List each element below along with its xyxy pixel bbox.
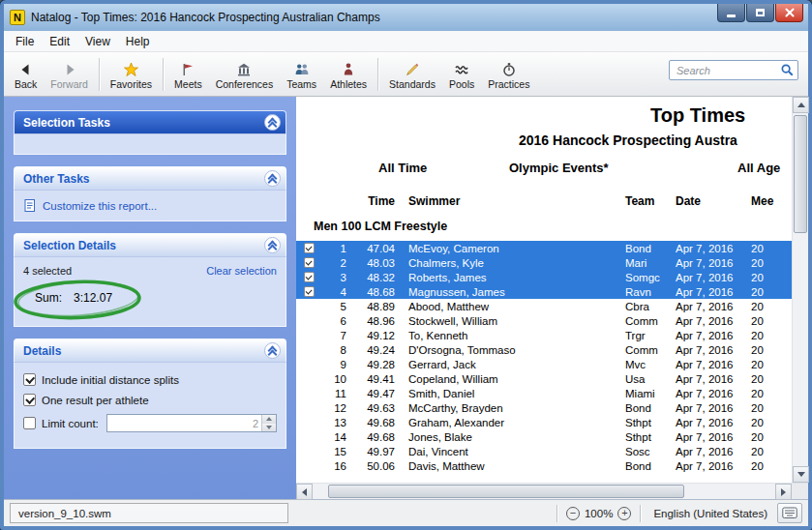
details-checkbox-2[interactable]: Limit count: 2 (23, 414, 277, 432)
panel-title: Selection Tasks (23, 116, 110, 130)
scroll-left-button[interactable] (296, 484, 313, 500)
menu-file[interactable]: File (8, 33, 42, 50)
clear-selection-link[interactable]: Clear selection (206, 265, 277, 277)
table-row[interactable]: 1 47.04 McEvoy, Cameron Bond Apr 7, 2016… (296, 241, 792, 255)
zoom-in-button[interactable]: + (617, 507, 631, 520)
table-row[interactable]: 4 48.68 Magnussen, James Ravn Apr 7, 201… (296, 284, 792, 299)
search-box[interactable] (669, 60, 798, 80)
checkbox-icon[interactable] (23, 394, 36, 406)
limit-count-input[interactable]: 2 (106, 414, 277, 432)
menu-view[interactable]: View (77, 33, 118, 50)
spin-up-icon[interactable] (262, 415, 276, 424)
table-row[interactable]: 9 49.28 Gerrard, Jack Mvc Apr 7, 2016 20 (296, 357, 792, 371)
panel-title: Other Tasks (23, 172, 89, 186)
customize-report-link[interactable]: Customize this report... (23, 198, 277, 213)
table-row[interactable]: 13 49.68 Graham, Alexander Sthpt Apr 7, … (296, 415, 792, 429)
toolbar-separator (163, 58, 164, 91)
row-checkbox[interactable] (304, 243, 315, 253)
menu-help[interactable]: Help (118, 33, 158, 50)
selection-details-header[interactable]: Selection Details (14, 233, 286, 256)
table-row[interactable]: 2 48.03 Chalmers, Kyle Mari Apr 7, 2016 … (296, 255, 792, 270)
horizontal-scrollbar[interactable] (296, 483, 808, 499)
vertical-scrollbar[interactable] (792, 97, 808, 483)
table-row[interactable]: 7 49.12 To, Kenneth Trgr Apr 7, 2016 20 (296, 328, 792, 342)
meet-cell: 20 (751, 431, 790, 443)
team-cell: Miami (625, 388, 676, 399)
row-checkbox[interactable] (304, 257, 315, 268)
row-checkbox[interactable] (304, 272, 315, 282)
athletes-button[interactable]: Athletes (323, 58, 374, 91)
spin-down-icon[interactable] (262, 424, 276, 432)
table-row[interactable]: 11 49.47 Smith, Daniel Miami Apr 7, 2016… (296, 386, 792, 400)
scroll-right-button[interactable] (775, 484, 792, 500)
collapse-button[interactable] (264, 342, 281, 359)
meets-button[interactable]: Meets (167, 58, 209, 91)
table-row[interactable]: 6 48.96 Stockwell, William Comm Apr 7, 2… (296, 313, 792, 328)
meet-cell: 20 (751, 272, 790, 283)
teams-button[interactable]: Teams (280, 58, 323, 91)
table-row[interactable]: 10 49.41 Copeland, William Usa Apr 7, 20… (296, 371, 792, 386)
meet-cell: 20 (751, 417, 790, 428)
swimmer-cell: Gerrard, Jack (395, 359, 625, 370)
scroll-up-button[interactable] (793, 97, 809, 113)
details-checkbox-1[interactable]: One result per athlete (23, 394, 277, 406)
meet-cell: 20 (751, 330, 790, 341)
table-row[interactable]: 16 50.06 Davis, Matthew Bond Apr 7, 2016… (296, 458, 792, 473)
details-header[interactable]: Details (14, 339, 286, 362)
report-page: Top Times 2016 Hancock Prospecting Austr… (296, 97, 792, 483)
zoom-out-button[interactable]: − (566, 507, 580, 520)
table-row[interactable]: 3 48.32 Roberts, James Somgc Apr 7, 2016… (296, 270, 792, 284)
limit-count-value: 2 (107, 415, 261, 431)
spinner-buttons[interactable] (261, 415, 276, 431)
scrollbar-thumb[interactable] (328, 485, 684, 498)
language-indicator[interactable]: English (United States) (646, 508, 775, 519)
forward-button[interactable]: Forward (44, 58, 95, 91)
collapse-button[interactable] (264, 170, 281, 187)
conferences-button[interactable]: Conferences (209, 58, 281, 91)
rank-cell: 2 (321, 257, 350, 269)
scrollbar-thumb[interactable] (794, 115, 807, 233)
col-date: Date (676, 194, 751, 208)
table-row[interactable]: 5 48.89 Abood, Matthew Cbra Apr 7, 2016 … (296, 299, 792, 313)
favorites-button[interactable]: Favorites (104, 58, 159, 91)
maximize-icon (756, 9, 765, 16)
time-cell: 48.96 (350, 315, 395, 327)
time-cell: 49.97 (350, 446, 395, 457)
back-button[interactable]: Back (8, 58, 44, 91)
practices-button[interactable]: Practices (481, 58, 536, 91)
menu-edit[interactable]: Edit (42, 33, 77, 50)
menu-bar: File Edit View Help (4, 31, 808, 52)
time-cell: 49.68 (350, 431, 395, 443)
row-checkbox[interactable] (304, 286, 315, 297)
meet-cell: 20 (751, 388, 790, 399)
table-row[interactable]: 15 49.97 Dai, Vincent Sosc Apr 7, 2016 2… (296, 444, 792, 458)
report-icon (23, 198, 37, 213)
scroll-down-button[interactable] (793, 466, 809, 483)
maximize-button[interactable] (746, 4, 774, 22)
collapse-button[interactable] (264, 237, 281, 253)
other-tasks-header[interactable]: Other Tasks (14, 166, 286, 190)
details-checkbox-0[interactable]: Include initial distance splits (23, 373, 277, 386)
standards-button[interactable]: Standards (382, 58, 442, 91)
title-bar[interactable]: N Natalog - Top Times: 2016 Hancock Pros… (4, 4, 808, 31)
collapse-button[interactable] (264, 114, 281, 131)
input-language-icon[interactable] (777, 503, 802, 523)
table-row[interactable]: 8 49.24 D'Orsogna, Tommaso Comm Apr 7, 2… (296, 342, 792, 357)
forward-icon (62, 60, 77, 77)
table-row[interactable]: 14 49.68 Jones, Blake Sthpt Apr 7, 2016 … (296, 429, 792, 444)
scroll-track[interactable] (313, 484, 775, 499)
checkbox-icon[interactable] (23, 373, 36, 386)
close-button[interactable] (775, 4, 803, 22)
status-bar: version_9_10.swm − 100% + English (Unite… (4, 499, 808, 526)
app-window: N Natalog - Top Times: 2016 Hancock Pros… (0, 0, 812, 530)
date-cell: Apr 7, 2016 (676, 257, 751, 269)
checkbox-icon[interactable] (23, 417, 36, 429)
scroll-track[interactable] (793, 113, 808, 466)
search-input[interactable] (675, 64, 780, 77)
selection-tasks-header[interactable]: Selection Tasks (14, 110, 286, 133)
minimize-button[interactable] (717, 4, 745, 22)
pools-button[interactable]: Pools (442, 58, 481, 91)
selection-tasks-body (14, 133, 286, 155)
table-row[interactable]: 12 49.63 McCarthy, Brayden Bond Apr 7, 2… (296, 400, 792, 415)
search-icon[interactable] (780, 63, 795, 77)
